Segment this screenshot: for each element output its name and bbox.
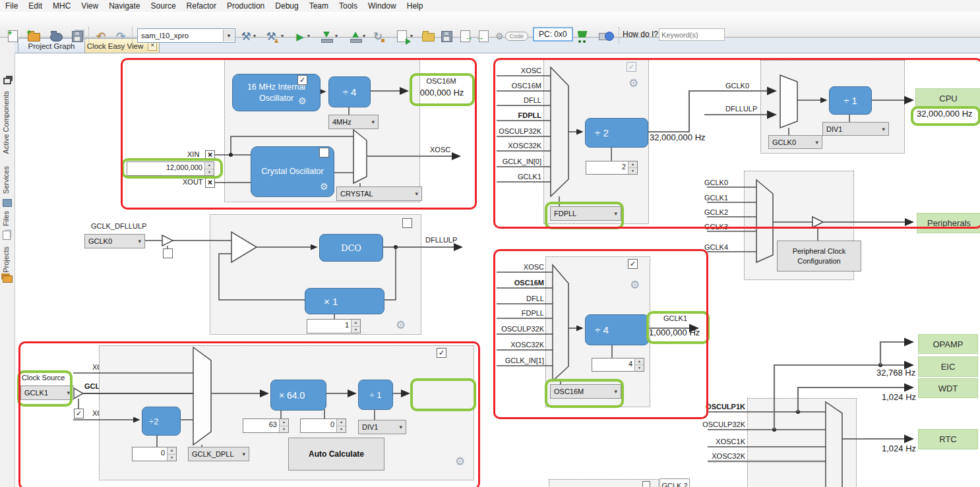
gclk0-source-select[interactable]: FDPLL▾ <box>550 206 621 221</box>
clean-build-icon[interactable]: ⚒ <box>262 28 280 45</box>
read-device-icon[interactable] <box>347 28 364 45</box>
run-dropdown-icon[interactable]: ▾ <box>307 33 310 39</box>
sidebar-item-files[interactable]: Files <box>2 211 10 226</box>
left-dock-sidebar: Active Components Services Files Project… <box>0 37 15 487</box>
spinner-buttons[interactable]: ▲▼ <box>204 162 214 175</box>
wdt-terminal: WDT <box>918 378 978 398</box>
menu-view[interactable]: View <box>76 1 104 11</box>
save-icon[interactable] <box>438 28 455 45</box>
redo-icon[interactable]: ↷ <box>112 28 129 45</box>
osc16m-frequency-select[interactable]: 4MHz▾ <box>328 115 379 129</box>
gclk0-enable-checkbox[interactable]: ✓ <box>627 62 636 72</box>
folder-glyph <box>50 33 63 42</box>
spinner-buttons[interactable]: ▲▼ <box>167 447 176 461</box>
open-folder-icon[interactable] <box>419 28 437 45</box>
floppy-glyph <box>72 31 83 42</box>
xin-checkbox[interactable]: × <box>205 150 215 160</box>
spinner-buttons[interactable]: ▲▼ <box>634 358 644 371</box>
fdpll-ldr-input[interactable]: 63 ▲▼ <box>243 418 289 433</box>
gclk1-enable-checkbox[interactable]: ✓ <box>628 259 638 269</box>
peripheral-clock-configuration-button[interactable]: Peripheral Clock Configuration <box>777 241 861 272</box>
gclk0-divider-input[interactable]: 2 ▲▼ <box>586 161 638 175</box>
clean-build-dropdown-icon[interactable]: ▾ <box>281 33 284 39</box>
build-project-icon[interactable]: ⚒ <box>237 28 255 45</box>
menu-team[interactable]: Team <box>304 1 334 11</box>
dfllulp-settings-gear-icon[interactable]: ⚙ <box>396 320 406 331</box>
gclk2-4-enable-checkbox[interactable] <box>642 481 650 487</box>
export-hex-icon[interactable]: → <box>456 28 474 45</box>
save-all-icon[interactable] <box>69 28 86 45</box>
menu-refactor[interactable]: Refactor <box>181 1 222 11</box>
debug-project-icon[interactable] <box>393 28 410 45</box>
program-dropdown-icon[interactable]: ▾ <box>335 33 338 39</box>
crystal-oscillator-settings-gear-icon[interactable]: ⚙ <box>320 182 328 191</box>
open-project-icon[interactable] <box>47 28 65 45</box>
spinner-buttons[interactable]: ▲▼ <box>336 419 346 432</box>
low-power-wires <box>708 342 913 487</box>
internal-oscillator-settings-gear-icon[interactable]: ⚙ <box>298 96 307 105</box>
menu-edit[interactable]: Edit <box>23 1 47 11</box>
run-project-icon[interactable]: ▶ <box>291 28 309 45</box>
fdpll-enable-checkbox[interactable]: ✓ <box>437 348 446 358</box>
fdpll-postdiv-select[interactable]: DIV1▾ <box>358 420 406 434</box>
sidebar-item-services[interactable]: Services <box>2 166 10 194</box>
chevron-down-icon[interactable]: ▾ <box>223 30 234 42</box>
debug-dropdown-icon[interactable]: ▾ <box>410 33 413 39</box>
gclk0-settings-gear-icon[interactable]: ⚙ <box>628 78 638 89</box>
spinner-buttons[interactable]: ▲▼ <box>279 419 288 432</box>
cpu-prescaler-select[interactable]: DIV1▾ <box>822 122 889 136</box>
fdpll-ref-select[interactable]: GCLK_DPLL▾ <box>188 447 249 461</box>
undo-icon[interactable]: ↶ <box>92 28 109 45</box>
xosc-mode-select[interactable]: CRYSTAL▾ <box>336 186 422 201</box>
new-project-icon[interactable]: + <box>25 28 42 45</box>
menu-navigate[interactable]: Navigate <box>104 1 145 11</box>
menu-help[interactable]: Help <box>402 1 429 11</box>
restore-window-icon[interactable] <box>3 78 11 84</box>
crystal-frequency-input[interactable]: 12,000,000 ▲▼ <box>127 161 214 176</box>
gclk1-source-select[interactable]: OSC16M▾ <box>550 384 621 399</box>
auto-calculate-button[interactable]: Auto Calculate <box>288 438 384 471</box>
internal-oscillator-enable-checkbox[interactable]: ✓ <box>297 75 307 85</box>
gclk1-divider-input[interactable]: 4 ▲▼ <box>592 358 644 372</box>
sidebar-item-active-components[interactable]: Active Components <box>2 91 10 154</box>
eic-terminal: EIC <box>918 357 978 377</box>
menu-source[interactable]: Source <box>146 1 181 11</box>
crystal-oscillator-enable-checkbox[interactable] <box>319 148 329 158</box>
dfllulp-multiplier-input[interactable]: 1 ▲▼ <box>307 319 361 333</box>
spinner-buttons[interactable]: ▲▼ <box>351 320 360 333</box>
menu-tools[interactable]: Tools <box>334 1 363 11</box>
reattach-debugger-icon[interactable]: ↻ <box>369 28 386 45</box>
menu-mhc[interactable]: MHC <box>47 1 76 11</box>
howdoi-keyword-input[interactable] <box>659 28 725 41</box>
read-dropdown-icon[interactable]: ▾ <box>363 33 365 39</box>
xout-checkbox[interactable]: × <box>205 178 215 188</box>
menu-window[interactable]: Window <box>363 1 402 11</box>
build-dropdown-icon[interactable]: ▾ <box>253 33 256 39</box>
dfllulp-ref-enable-checkbox[interactable] <box>163 248 173 258</box>
fdpll-ldrfrac-input[interactable]: 0 ▲▼ <box>300 418 346 433</box>
embedded-store-cart-icon[interactable] <box>574 28 591 45</box>
dfllulp-enable-checkbox[interactable] <box>402 218 412 228</box>
main-clock-source-select[interactable]: GCLK0▾ <box>768 135 822 149</box>
generate-code-icon[interactable]: ⚙ Code <box>493 28 530 45</box>
opamp-terminal: OPAMP <box>918 334 978 354</box>
program-device-icon[interactable] <box>318 28 335 45</box>
new-file-icon[interactable]: + <box>4 28 21 45</box>
menu-file[interactable]: File <box>0 1 23 11</box>
menu-debug[interactable]: Debug <box>270 1 303 11</box>
fdpll-wires <box>66 347 409 447</box>
project-configuration-select[interactable]: sam_l10_xpro ▾ <box>137 28 235 43</box>
fdpll-ref-enable-checkbox[interactable]: ✓ <box>74 409 84 418</box>
fdpll-settings-gear-icon[interactable]: ⚙ <box>455 456 465 467</box>
dfllulp-ref-select[interactable]: GCLK0▾ <box>84 234 145 248</box>
sidebar-item-projects[interactable]: Projects <box>2 246 10 273</box>
import-hex-icon[interactable]: → <box>475 28 492 45</box>
fdpll-clock-source-select[interactable]: GCLK1▾ <box>20 386 74 400</box>
gclk2-tab[interactable]: GCLK 2 <box>659 478 690 487</box>
spinner-buttons[interactable]: ▲▼ <box>628 161 637 174</box>
menu-production[interactable]: Production <box>222 1 270 11</box>
dco-box: DCO <box>319 234 383 262</box>
gclk1-settings-gear-icon[interactable]: ⚙ <box>630 279 640 291</box>
fdpll-prescaler-input[interactable]: 0 ▲▼ <box>132 447 177 461</box>
device-support-globe-icon[interactable] <box>594 28 615 45</box>
